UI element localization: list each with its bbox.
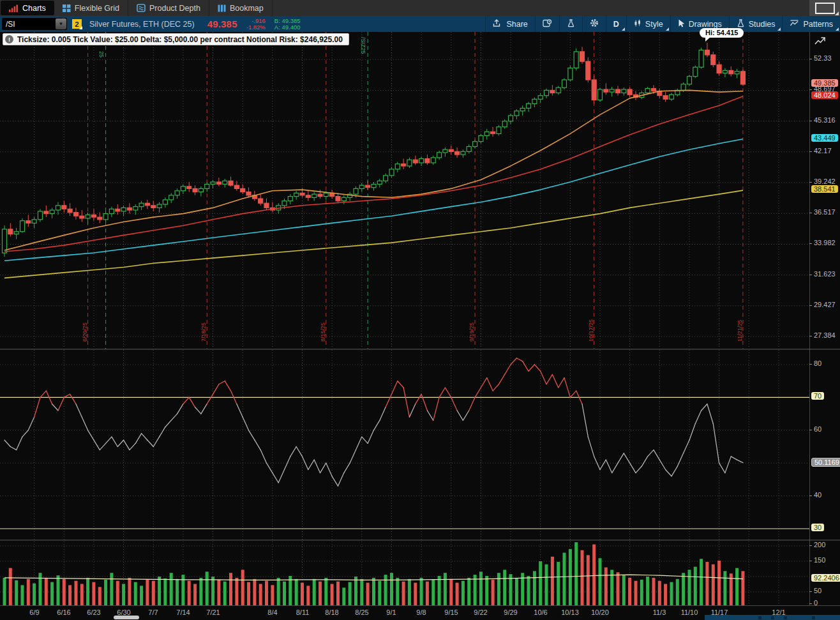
dot-icon [758, 616, 761, 619]
candle-style-icon [634, 19, 641, 29]
price-axis-bubble: 49.385 [811, 79, 838, 87]
date-axis-label: 10/20 [591, 609, 609, 616]
date-axis-label: 11/3 [653, 609, 666, 616]
resize-grip-icon [835, 11, 839, 15]
bid-ask-stack: B: 49.385 A: 49.400 [274, 18, 301, 31]
calendar-clock-icon [543, 19, 552, 29]
rsi-line [4, 358, 743, 487]
date-axis-label: 8/11 [296, 609, 310, 616]
workspace-tabbar: Charts Flexible Grid Product Depth Bookm… [0, 0, 840, 16]
style-button[interactable]: Style [626, 16, 670, 32]
depth-icon [137, 4, 146, 12]
volume-average-bubble: 92.2406 [811, 574, 840, 582]
change-stack: -.916 -1.82% [246, 18, 266, 31]
tab-bookmap[interactable]: Bookmap [209, 0, 273, 16]
date-axis-label: 7/14 [176, 609, 190, 616]
volume-axis-label: 50 [814, 587, 821, 594]
price-axis-label: 45.316 [814, 116, 836, 124]
rsi-axis-label: 80 [814, 359, 821, 367]
instrument-description: Silver Futures, ETH (DEC 25) [89, 20, 195, 29]
dot-icon [771, 616, 774, 619]
high-price-callout: Hi: 54.415 [700, 28, 744, 38]
panel-divider[interactable] [0, 540, 840, 541]
tab-label: Product Depth [149, 4, 200, 13]
price-chart-canvas[interactable]: 6/20/257/18/258/15/259/19/2510/17/2511/2… [0, 32, 809, 349]
price-axis[interactable]: 52.3348.69745.31642.1739.24236.51733.982… [810, 32, 840, 605]
symbol-dropdown-button[interactable]: ▼ [56, 19, 66, 29]
patterns-label: Patterns [803, 20, 833, 29]
rsi-study-canvas[interactable] [0, 350, 809, 540]
price-axis-bubble: 38.541 [811, 185, 838, 193]
rsi-overbought-bubble: 70 [811, 392, 824, 400]
ma-slowest-yellow [4, 190, 743, 278]
date-axis-label: 10/13 [561, 609, 579, 616]
cursor-icon [678, 19, 685, 29]
date-axis-label: 11/10 [681, 609, 698, 616]
volume-study-canvas[interactable] [0, 541, 809, 605]
event-line-label: /SIZ25 [360, 37, 366, 54]
chart-region: 6/20/257/18/258/15/259/19/2510/17/2511/2… [0, 32, 840, 620]
ma-mid-red [4, 96, 743, 252]
bar-chart-icon [9, 4, 19, 12]
docked-toolbar-edge [705, 615, 840, 620]
date-axis-label: 9/8 [416, 609, 426, 616]
event-line-label: 6/20/25 [82, 322, 88, 342]
event-line-label: 25 [98, 51, 105, 57]
price-axis-label: 27.384 [814, 331, 836, 339]
date-axis-label: 9/15 [444, 609, 458, 616]
flask-icon [567, 19, 575, 29]
trading-platform-window: Charts Flexible Grid Product Depth Bookm… [0, 0, 840, 620]
date-axis-label: 6/16 [57, 609, 70, 616]
volume-axis-label: 0 [814, 599, 818, 607]
studies-label: Studies [749, 20, 776, 29]
event-line-label: 11/21/25 [737, 320, 743, 342]
link-group-badge[interactable]: 2 [72, 19, 82, 29]
dot-icon [812, 616, 815, 619]
ma-fast-orange [4, 90, 743, 250]
quick-study-button[interactable] [559, 16, 582, 32]
price-axis-label: 36.517 [814, 208, 836, 216]
tab-product-depth[interactable]: Product Depth [128, 0, 209, 16]
contract-info-text: Ticksize: 0.005 Tick Value: $25.00 Delta… [17, 35, 343, 44]
event-line-label: 9/19/25 [469, 322, 475, 342]
rsi-axis-label: 40 [814, 491, 821, 499]
symbol-input[interactable]: /SI ▼ [2, 18, 67, 30]
restore-window-button[interactable] [809, 0, 840, 16]
price-axis-label: 29.427 [814, 301, 836, 308]
price-axis-bubble: 43.449 [811, 134, 838, 142]
ask-value: A: 49.400 [274, 24, 301, 31]
date-axis-label: 9/22 [474, 609, 487, 616]
price-axis-label: 33.982 [814, 239, 836, 246]
chart-toolbar-buttons: Share D Style Drawings [485, 16, 840, 32]
grid-icon [63, 4, 71, 12]
settings-button[interactable] [582, 16, 606, 32]
bookmap-icon [218, 4, 226, 12]
date-axis-label: 6/9 [29, 609, 39, 616]
patterns-button[interactable]: Patterns [782, 16, 840, 32]
time-scrollbar-thumb[interactable] [114, 616, 139, 619]
events-button[interactable] [535, 16, 559, 32]
timeframe-button[interactable]: D [606, 16, 626, 32]
date-axis-label: 9/29 [504, 609, 517, 616]
volume-axis-label: 200 [814, 541, 825, 548]
rsi-oversold-bubble: 30 [811, 524, 824, 531]
info-icon: ! [5, 35, 13, 43]
share-icon [493, 19, 502, 29]
candles [3, 43, 746, 257]
share-button[interactable]: Share [485, 16, 534, 32]
date-axis-label: 8/25 [355, 609, 368, 616]
date-axis-label: 9/1 [386, 609, 396, 616]
tab-label: Flexible Grid [75, 4, 119, 13]
restore-window-icon [815, 3, 835, 14]
percent-change: -1.82% [246, 24, 266, 31]
bid-value: B: 49.385 [274, 18, 301, 24]
tab-flexible-grid[interactable]: Flexible Grid [54, 0, 128, 16]
style-label: Style [645, 20, 663, 29]
rsi-value-bubble: 50.1169 [811, 458, 840, 467]
event-line-label: 8/15/25 [320, 322, 326, 342]
last-price: 49.385 [207, 19, 237, 29]
tab-charts[interactable]: Charts [1, 1, 54, 15]
tab-label: Bookmap [230, 4, 264, 13]
price-axis-label: 52.33 [814, 54, 832, 62]
pattern-chart-icon [790, 19, 799, 29]
